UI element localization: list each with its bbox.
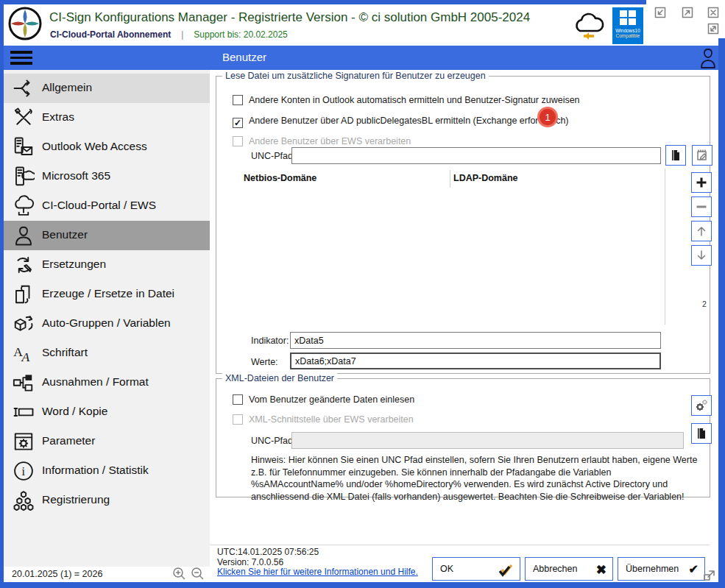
browse-folder-button[interactable] (665, 145, 686, 166)
edit-pad-icon (696, 149, 709, 162)
windows-logo-icon (620, 10, 636, 25)
xml-settings-button[interactable] (691, 395, 712, 416)
add-row-button[interactable] (691, 172, 712, 193)
ok-button[interactable]: OK (432, 557, 520, 581)
close-icon[interactable] (707, 6, 720, 19)
maximize-icon[interactable] (681, 6, 694, 19)
hinweis-text: Hinweis: Hier können Sie einen UNC Pfad … (251, 454, 701, 503)
window-controls (646, 0, 725, 38)
subscription-line: CI-Cloud-Portal Abonnement|Support bis: … (50, 29, 288, 40)
signature-groupbox-legend: Lese Datei um zusätzliche Signaturen für… (222, 71, 489, 81)
license-date-info: 20.01.2025 (1) = 2026 (12, 569, 102, 579)
checkbox-box (233, 414, 243, 425)
zoom-in-icon[interactable] (171, 567, 188, 581)
cube-arrows-icon (13, 313, 35, 335)
xml-unc-path-label: UNC-Pfad: (251, 436, 295, 446)
list-right-edge (665, 169, 665, 325)
werte-input[interactable] (290, 353, 661, 369)
zoom-out-icon[interactable] (190, 567, 206, 581)
sidebar-item-parameter[interactable]: Parameter (4, 427, 210, 456)
cloud-icon (570, 12, 607, 43)
column-header-netbios: Netbios-Domäne (244, 173, 316, 183)
sidebar-item-microsoft-365[interactable]: Microsoft 365 (4, 162, 210, 191)
textfield-icon (13, 401, 35, 423)
fork-icon (13, 77, 35, 99)
column-divider (450, 170, 450, 188)
sidebar-item-benutzer[interactable]: Benutzer (4, 221, 210, 250)
page-header-band: Benutzer (4, 46, 718, 70)
xml-unc-path-input (291, 432, 684, 449)
plus-icon (695, 176, 708, 189)
xml-groupbox-legend: XML-Dateien der Benutzer (222, 373, 337, 383)
nodes-icon (13, 372, 35, 394)
svg-text:i: i (22, 465, 26, 478)
sidebar-item-registrierung[interactable]: Registrierung (4, 486, 210, 515)
annotation-marker-2: 2 (702, 300, 707, 308)
help-link[interactable]: Klicken Sie hier für weitere Information… (217, 567, 418, 577)
checkbox-ad-publicdelegates[interactable]: ✓Andere Benutzer über AD publicDelegates… (233, 113, 569, 125)
sidebar-item-word-kopie[interactable]: Word / Kopie (4, 397, 210, 427)
annotation-badge-1: 1 (537, 107, 558, 127)
checkbox-ews-verarbeiten: Andere Benutzer über EWS verarbeiten (233, 134, 411, 146)
user-icon (698, 47, 718, 69)
indikator-label: Indikator: (251, 336, 289, 346)
sidebar-item-allgemein[interactable]: Allgemein (4, 74, 210, 103)
restore-down-icon[interactable] (654, 6, 667, 19)
apply-button[interactable]: Übernehmen ✔ (618, 557, 705, 581)
app-logo (7, 6, 43, 41)
checkbox-box[interactable] (233, 95, 243, 105)
indikator-input[interactable] (290, 332, 661, 349)
window-border-bottom (0, 582, 725, 588)
utc-timestamp: UTC:14.01.2025 07:56:25 (217, 548, 418, 558)
cloud-network-icon (13, 195, 35, 217)
hamburger-menu-icon[interactable] (10, 51, 32, 65)
xml-groupbox: XML-Dateien der Benutzer Vom Benutzer ge… (216, 378, 710, 497)
checkbox-box (233, 136, 243, 146)
sidebar-item-information-statistik[interactable]: i Information / Statistik (4, 456, 210, 486)
sidebar-item-extras[interactable]: Extras (4, 103, 210, 132)
domain-list[interactable]: Netbios-Domäne LDAP-Domäne (231, 169, 665, 325)
minus-icon (695, 200, 708, 213)
edit-path-button (692, 145, 712, 166)
footer-separator (210, 545, 710, 545)
gear-icon (694, 398, 709, 413)
sidebar-item-ci-cloud-portal-ews[interactable]: CI-Cloud-Portal / EWS (4, 191, 210, 221)
font-icon: AA (13, 342, 35, 364)
unc-path-label: UNC-Pfad: (251, 151, 295, 161)
titlebar: CI-Sign Konfigurations Manager - Registr… (4, 4, 718, 46)
move-down-button[interactable] (691, 245, 712, 266)
sidebar-item-ersetzungen[interactable]: Ersetzungen (4, 250, 210, 280)
app-window: CI-Sign Konfigurations Manager - Registr… (0, 0, 725, 588)
main-panel: Lese Datei um zusätzliche Signaturen für… (210, 70, 718, 567)
werte-label: Werte: (251, 357, 278, 367)
xml-browse-folder-button[interactable] (691, 423, 712, 444)
windows10-compatible-badge: Windows10 Compatible (612, 7, 643, 44)
sidebar-item-schriftart[interactable]: AA Schriftart (4, 339, 210, 368)
remove-row-button[interactable] (691, 196, 712, 217)
sidebar-item-ausnahmen-format[interactable]: Ausnahmen / Format (4, 368, 210, 397)
resize-icon[interactable] (707, 22, 720, 35)
checkbox-user-changed-data[interactable]: Vom Benutzer geänderte Daten einlesen (233, 392, 414, 404)
checkbox-box[interactable] (233, 394, 243, 405)
unc-path-input[interactable] (291, 147, 661, 164)
sidebar-item-auto-gruppen-variablen[interactable]: Auto-Gruppen / Variablen (4, 309, 210, 339)
cubes-icon (13, 489, 35, 511)
window-gear-icon (13, 431, 35, 453)
arrow-up-icon (695, 224, 708, 238)
page-title: Benutzer (222, 51, 266, 63)
sidebar: Allgemein Extras Outlook Web Access Micr… (4, 70, 210, 567)
window-title: CI-Sign Konfigurations Manager - Registr… (49, 10, 530, 25)
checkbox-box[interactable]: ✓ (233, 118, 243, 128)
cancel-button[interactable]: Abbrechen ✖ (525, 557, 613, 581)
window-resize-grip-icon[interactable] (703, 567, 718, 582)
move-up-button[interactable] (691, 221, 712, 241)
person-icon (13, 224, 35, 247)
footer-info: UTC:14.01.2025 07:56:25 Version: 7.0.0.5… (217, 548, 418, 578)
cancel-x-icon: ✖ (596, 562, 606, 578)
info-icon: i (13, 460, 35, 482)
sidebar-item-erzeuge-ersetze-in-datei[interactable]: Erzeuge / Ersetze in Datei (4, 280, 210, 309)
sidebar-item-outlook-web-access[interactable]: Outlook Web Access (4, 132, 210, 162)
checkbox-outlook-accounts[interactable]: Andere Konten in Outlook automatisch erm… (233, 93, 580, 105)
apply-check-icon: ✔ (689, 562, 699, 576)
arrow-down-icon (695, 249, 708, 262)
